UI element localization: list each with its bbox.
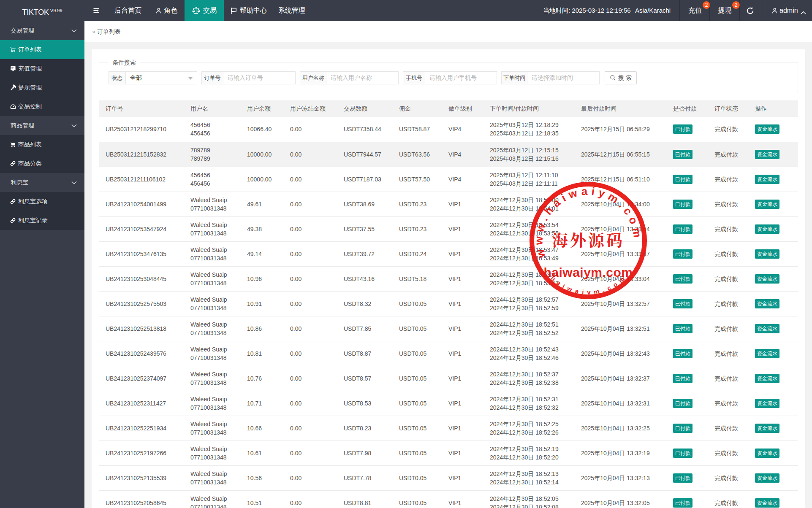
svg-text:海外源码: 海外源码 bbox=[552, 232, 625, 249]
svg-text:haiwaiym.com: haiwaiym.com bbox=[543, 265, 633, 279]
